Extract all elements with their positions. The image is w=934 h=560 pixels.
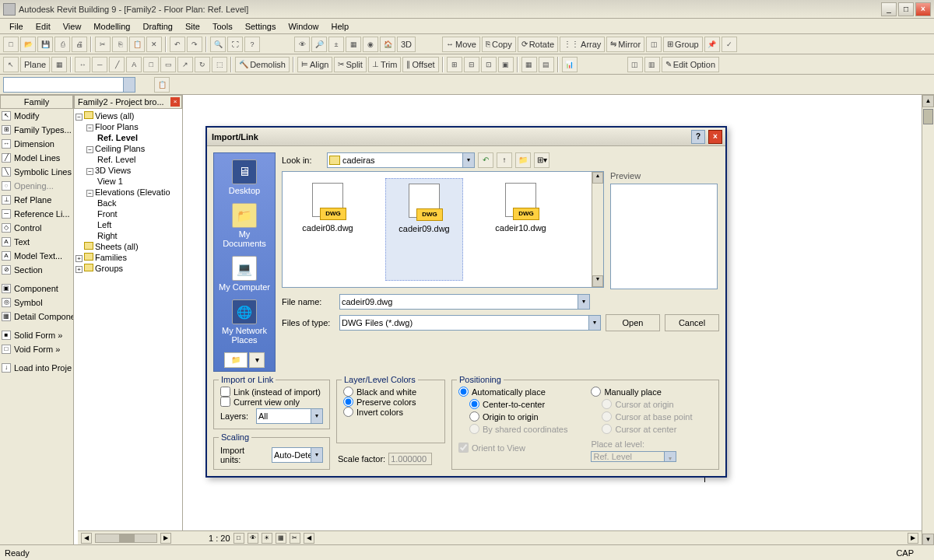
db-component[interactable]: ▣Component [0, 282, 73, 296]
e3-icon[interactable]: ⊡ [481, 57, 497, 72]
dialog-titlebar[interactable]: Import/Link ? × [207, 128, 725, 146]
ds-icon[interactable]: ◫ [627, 57, 643, 72]
shade-icon[interactable]: ▦ [346, 37, 361, 52]
db-control[interactable]: ◇Control [0, 221, 73, 235]
menu-drafting[interactable]: Drafting [136, 20, 179, 33]
place-dd-button[interactable]: ▾ [249, 352, 265, 368]
views-button[interactable]: ⊞▾ [534, 152, 550, 168]
save-icon[interactable]: 💾 [37, 37, 53, 52]
tag3-icon[interactable]: ↗ [177, 57, 193, 72]
cancel-button[interactable]: Cancel [665, 314, 719, 331]
undo-icon[interactable]: ↶ [170, 37, 185, 52]
node-left[interactable]: Left [75, 219, 181, 230]
split-button[interactable]: ✂ Split [334, 57, 366, 72]
paste-icon[interactable]: 📋 [129, 37, 145, 52]
db-modeltext[interactable]: AModel Text... [0, 249, 73, 263]
menu-tools[interactable]: Tools [206, 20, 239, 33]
db-refplane[interactable]: ⊥Ref Plane [0, 193, 73, 207]
cut-icon[interactable]: ✂ [95, 37, 111, 52]
node-ceilplans[interactable]: −Ceiling Plans [75, 143, 181, 154]
node-back[interactable]: Back [75, 198, 181, 208]
trim-button[interactable]: ⊥ Trim [368, 57, 402, 72]
menu-view[interactable]: View [57, 20, 88, 33]
p2-icon[interactable]: ▤ [539, 57, 554, 72]
filelist-scrollbar[interactable]: ▲▼ [592, 172, 603, 287]
home-icon[interactable]: 🏠 [380, 37, 395, 52]
node-reflevel[interactable]: Ref. Level [75, 132, 181, 143]
tag2-icon[interactable]: ▭ [160, 57, 176, 72]
file-item-1[interactable]: DWG cadeir09.dwg [385, 178, 463, 281]
node-elevations[interactable]: −Elevations (Elevatio [75, 187, 181, 198]
demolish-button[interactable]: 🔨 Demolish [235, 57, 290, 72]
node-view1[interactable]: View 1 [75, 176, 181, 187]
open-icon[interactable]: 📂 [20, 37, 36, 52]
menu-settings[interactable]: Settings [239, 20, 283, 33]
3d-button[interactable]: 3D [397, 37, 416, 52]
render-icon[interactable]: ◉ [363, 37, 378, 52]
maximize-button[interactable]: □ [898, 2, 914, 16]
db-solidform[interactable]: ■Solid Form » [0, 328, 73, 342]
node-front[interactable]: Front [75, 208, 181, 219]
place-network[interactable]: 🌐My Network Places [216, 296, 272, 348]
canvas-scrollbar-v[interactable]: ▲ ▼ [922, 95, 934, 546]
redo-icon[interactable]: ↷ [187, 37, 202, 52]
p1-icon[interactable]: ▦ [521, 57, 537, 72]
rotate-button[interactable]: ⟳ Rotate [518, 37, 558, 52]
chk-currentview[interactable]: Current view only [220, 397, 323, 407]
layers-combo[interactable]: All▾ [256, 408, 323, 424]
rad-auto[interactable]: Automatically place [458, 387, 567, 397]
place-mydocs[interactable]: 📁My Documents [216, 200, 272, 251]
select-icon[interactable]: ↖ [3, 57, 19, 72]
delete-icon[interactable]: ✕ [146, 37, 162, 52]
importunits-combo[interactable]: Auto-Detect▾ [272, 447, 323, 463]
open-button[interactable]: Open [606, 314, 660, 331]
editoption-button[interactable]: ✎ Edit Option [662, 57, 719, 72]
node-views[interactable]: −Views (all) [75, 110, 181, 121]
copy-button[interactable]: ⎘ Copy [482, 37, 516, 52]
db-modify[interactable]: ↖Modify [0, 109, 73, 123]
designbar-tab[interactable]: Family [0, 95, 73, 109]
browser-tab[interactable]: Family2 - Project bro...× [74, 95, 182, 109]
saveall-icon[interactable]: ⎙ [54, 37, 70, 52]
dim-icon[interactable]: ↔ [75, 57, 90, 72]
vb-b1[interactable]: □ [234, 533, 244, 544]
rad-preserve[interactable]: Preserve colors [343, 397, 438, 407]
menu-site[interactable]: Site [179, 20, 206, 33]
chk-link[interactable]: Link (instead of import) [220, 387, 323, 397]
rad-oto[interactable]: Origin to origin [469, 411, 567, 422]
rad-bw[interactable]: Black and white [343, 387, 438, 397]
view-icon[interactable]: 👁 [294, 37, 310, 52]
db-dimension[interactable]: ↔Dimension [0, 137, 73, 151]
place-mycomputer[interactable]: 💻My Computer [216, 253, 272, 295]
zoomdyn-icon[interactable]: ± [328, 37, 344, 52]
file-list[interactable]: DWG cadeir08.dwg DWG cadeir09.dwg DWG ca… [282, 171, 604, 288]
ds2-icon[interactable]: ▥ [644, 57, 660, 72]
file-item-0[interactable]: DWG cadeir08.dwg [289, 178, 367, 281]
node-right[interactable]: Right [75, 230, 181, 241]
rad-invert[interactable]: Invert colors [343, 407, 438, 417]
rot-icon[interactable]: ↻ [195, 57, 210, 72]
scale-label[interactable]: 1 : 20 [209, 534, 230, 543]
place-desktop[interactable]: 🖥Desktop [216, 156, 272, 198]
fit-icon[interactable]: ⛶ [227, 37, 243, 52]
props-icon[interactable]: 📋 [154, 77, 170, 93]
menu-file[interactable]: File [3, 20, 30, 33]
db-section[interactable]: ⊘Section [0, 263, 73, 277]
chart-icon[interactable]: 📊 [562, 57, 578, 72]
db-detailcomp[interactable]: ▦Detail Compone [0, 310, 73, 324]
vb-b4[interactable]: ▦ [276, 533, 286, 544]
type-selector[interactable] [3, 77, 135, 93]
vb-left[interactable]: ◀ [81, 533, 92, 544]
db-voidform[interactable]: □Void Form » [0, 342, 73, 356]
copy-icon[interactable]: ⎘ [112, 37, 128, 52]
vb-b5[interactable]: ✂ [290, 533, 300, 544]
db-text[interactable]: AText [0, 235, 73, 249]
back-button[interactable]: ↶ [478, 152, 493, 168]
file-item-2[interactable]: DWG cadeir10.dwg [482, 178, 560, 281]
minimize-button[interactable]: _ [881, 2, 897, 16]
rad-ctc[interactable]: Center-to-center [469, 399, 567, 409]
plane-button[interactable]: Plane [20, 57, 50, 72]
vb-hscroll[interactable] [95, 534, 157, 543]
offset-button[interactable]: ∥ Offset [402, 57, 438, 72]
browser-close-icon[interactable]: × [170, 97, 180, 107]
